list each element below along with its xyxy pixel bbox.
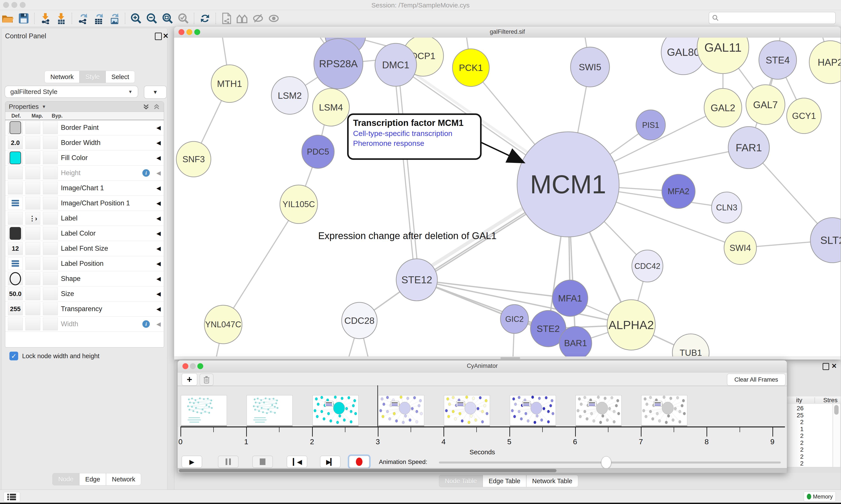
property-def-cell[interactable] — [8, 151, 23, 164]
expand-row-icon[interactable]: ◀ — [156, 230, 161, 237]
info-icon[interactable]: i — [142, 169, 150, 177]
property-byp-cell[interactable] — [43, 318, 58, 330]
property-def-cell[interactable]: 2.0 — [8, 137, 23, 149]
table-cell-value[interactable]: 26 — [797, 405, 804, 412]
expand-all-icon[interactable] — [142, 103, 150, 110]
network-node-mcm1[interactable]: MCM1 — [517, 132, 619, 237]
collapse-all-icon[interactable] — [153, 103, 160, 110]
export-network-icon[interactable] — [76, 12, 89, 25]
show-details-icon[interactable] — [268, 12, 280, 25]
property-map-cell[interactable] — [25, 167, 40, 179]
stop-button[interactable] — [252, 456, 273, 468]
style-selector[interactable]: galFiltered Style ▼ — [5, 86, 138, 98]
memory-button[interactable]: Memory — [804, 491, 836, 502]
skip-to-start-button[interactable]: ▎◀ — [287, 456, 307, 468]
style-options-button[interactable]: ▼ — [144, 86, 167, 99]
expand-row-icon[interactable]: ◀ — [156, 170, 161, 177]
property-def-cell[interactable] — [8, 318, 23, 330]
property-row-width[interactable]: Widthi◀ — [5, 317, 164, 332]
property-row-label-position[interactable]: Label Position◀ — [5, 256, 164, 271]
close-panel-icon[interactable]: ✕ — [831, 362, 837, 370]
tab-node-table[interactable]: Node Table — [439, 475, 483, 487]
cyanimator-horizontal-scrollbar[interactable] — [178, 468, 787, 473]
network-node-rps28a[interactable]: RPS28A — [314, 38, 363, 89]
property-byp-cell[interactable] — [43, 242, 58, 255]
network-node-snf3[interactable]: SNF3 — [176, 141, 211, 177]
timeline-playhead[interactable] — [377, 385, 378, 427]
property-row-border-width[interactable]: 2.0Border Width◀ — [5, 135, 164, 150]
property-map-cell[interactable] — [25, 242, 40, 255]
table-column-header[interactable]: ity — [787, 397, 802, 404]
annotation-link[interactable]: Pheromone response — [353, 139, 476, 147]
frame-thumbnail-2[interactable] — [312, 395, 359, 426]
expand-row-icon[interactable]: ◀ — [156, 215, 161, 222]
property-map-cell[interactable] — [25, 257, 40, 270]
search-input[interactable] — [721, 14, 835, 22]
tab-select[interactable]: Select — [106, 71, 135, 83]
property-map-cell[interactable] — [25, 197, 40, 210]
property-map-cell[interactable] — [25, 272, 40, 285]
scrollbar-thumb[interactable] — [500, 357, 520, 359]
zoom-selected-icon[interactable] — [177, 12, 190, 25]
property-map-cell[interactable] — [25, 121, 40, 134]
refresh-icon[interactable] — [199, 12, 211, 25]
frame-thumbnail-1[interactable] — [247, 395, 292, 426]
network-node-bar1[interactable]: BAR1 — [559, 326, 592, 360]
property-row-shape[interactable]: Shape◀ — [5, 271, 164, 286]
import-table-icon[interactable] — [55, 12, 68, 25]
property-map-cell[interactable] — [25, 287, 40, 300]
property-map-cell[interactable] — [25, 137, 40, 149]
property-row-label-font-size[interactable]: 12Label Font Size◀ — [5, 241, 164, 256]
property-byp-cell[interactable] — [43, 227, 58, 240]
expand-row-icon[interactable]: ◀ — [156, 260, 161, 267]
property-map-cell[interactable] — [25, 227, 40, 240]
property-def-cell[interactable]: 12 — [8, 242, 23, 255]
lock-size-row[interactable]: ✓ Lock node width and height — [5, 349, 164, 363]
network-node-hap2[interactable]: HAP2 — [809, 41, 841, 84]
checkbox-checked-icon[interactable]: ✓ — [10, 352, 18, 360]
scrollbar-thumb[interactable] — [834, 405, 839, 415]
zoom-in-icon[interactable] — [130, 12, 142, 25]
info-icon[interactable]: i — [142, 320, 150, 328]
expand-row-icon[interactable]: ◀ — [156, 155, 161, 161]
property-row-height[interactable]: Heighti◀ — [5, 165, 164, 181]
column-divider[interactable] — [815, 397, 815, 403]
network-node-swi4[interactable]: SWI4 — [724, 231, 756, 265]
network-node-cdc28[interactable]: CDC28 — [342, 302, 377, 339]
expand-row-icon[interactable]: ◀ — [156, 200, 161, 207]
network-node-gcy1[interactable]: GCY1 — [787, 98, 821, 133]
zoom-out-icon[interactable] — [145, 12, 158, 25]
export-image-icon[interactable] — [108, 12, 121, 25]
delete-frame-button[interactable] — [199, 374, 214, 386]
open-session-icon[interactable] — [2, 12, 14, 25]
property-byp-cell[interactable] — [43, 272, 58, 285]
network-node-gal11[interactable]: GAL11 — [697, 38, 749, 74]
network-node-yil105c[interactable]: YIL105C — [280, 185, 318, 223]
network-node-cln3[interactable]: CLN3 — [712, 192, 742, 223]
network-node-swi5[interactable]: SWI5 — [571, 47, 609, 87]
tab-edge[interactable]: Edge — [79, 473, 106, 485]
property-def-cell[interactable] — [8, 227, 23, 240]
export-table-icon[interactable] — [92, 12, 105, 25]
frame-thumbnail-0[interactable] — [181, 395, 227, 426]
property-def-cell[interactable] — [8, 182, 23, 194]
property-row-fill-color[interactable]: Fill Color◀ — [5, 150, 164, 165]
property-row-transparency[interactable]: 255Transparency◀ — [5, 302, 164, 317]
table-vertical-scrollbar[interactable] — [833, 404, 840, 467]
canvas-horizontal-scrollbar[interactable] — [174, 357, 841, 360]
save-session-icon[interactable] — [17, 12, 30, 25]
properties-header[interactable]: Properties ▼ — [5, 102, 164, 112]
network-node-mfa1[interactable]: MFA1 — [552, 280, 588, 317]
network-node-lsm4[interactable]: LSM4 — [312, 88, 349, 126]
property-byp-cell[interactable] — [43, 303, 58, 315]
tab-network-table[interactable]: Network Table — [526, 475, 578, 487]
frame-thumbnail-6[interactable] — [576, 395, 622, 426]
property-byp-cell[interactable] — [43, 212, 58, 224]
annotation-link[interactable]: Cell-type-specific transcription — [353, 129, 476, 138]
property-map-cell[interactable] — [25, 318, 40, 330]
property-byp-cell[interactable] — [43, 182, 58, 194]
record-button[interactable] — [349, 456, 370, 468]
frame-thumbnail-3[interactable] — [378, 395, 424, 426]
property-byp-cell[interactable] — [43, 167, 58, 179]
network-node-alpha2[interactable]: ALPHA2 — [607, 300, 655, 350]
